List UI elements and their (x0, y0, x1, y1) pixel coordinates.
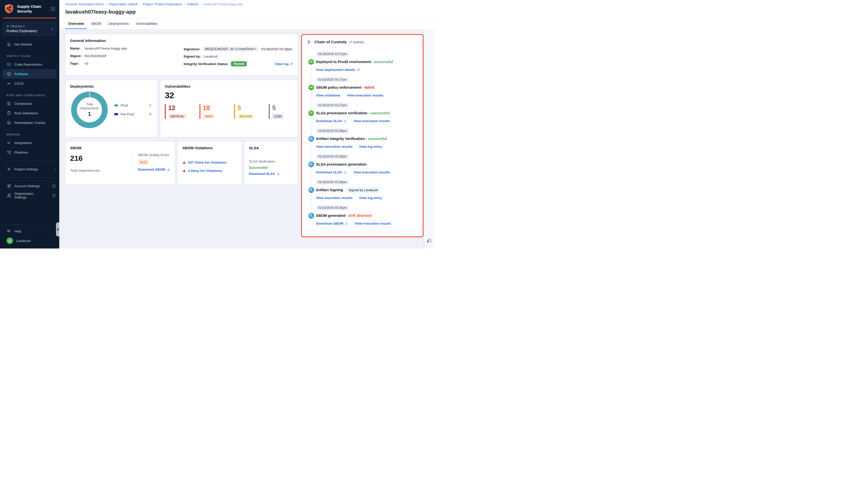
view-execution-results-link[interactable]: View execution results (347, 94, 383, 97)
chevron-right-icon: › (55, 167, 56, 171)
download-slsa-link[interactable]: Download SLSA (316, 170, 347, 174)
sidebar-item-compliance[interactable]: Compliance (0, 99, 59, 108)
sidebar-collapse-handle[interactable] (56, 222, 59, 237)
view-execution-results-link[interactable]: View execution results (353, 170, 390, 174)
app-switcher-grid-icon[interactable] (50, 6, 56, 12)
warning-triangle-icon (182, 160, 186, 164)
pipeline-event-icon: ∞ (308, 110, 315, 116)
main-area: Account: Automation-SSCA Organization: d… (59, 0, 434, 248)
help-chat-icon: ? (6, 229, 11, 234)
name-label: Name: (70, 46, 85, 50)
project-cube-icon (6, 25, 9, 28)
download-icon (345, 222, 348, 225)
sbom-violations-card: SBOM Violations 637 Allow list Violation… (177, 141, 242, 185)
feedback-chat-button[interactable] (426, 238, 432, 243)
sidebar-item-label: Get Started (14, 42, 32, 46)
download-icon (344, 119, 347, 123)
download-sbom-link[interactable]: Download SBOM (138, 168, 170, 171)
signature-value[interactable]: MEQCICde2VjIT...bL+2+mqnOXw== (203, 46, 258, 52)
breadcrumb-artifacts[interactable]: Artifacts (182, 2, 198, 6)
sidebar-item-pipelines[interactable]: Pipelines (0, 147, 59, 157)
deny-list-violations-link[interactable]: 2 Deny list Violations (188, 169, 222, 173)
sidebar-item-rule-definitions[interactable]: Rule Definitions (0, 108, 59, 118)
tags-value: v5 (85, 61, 88, 65)
supply-chain-security-logo-icon (3, 3, 15, 14)
view-execution-results-link[interactable]: View execution results (355, 222, 391, 225)
download-slsa-link[interactable]: Download SLSA (316, 119, 347, 123)
svg-text:∞: ∞ (310, 111, 312, 115)
vulnerabilities-card: Vulnerabilities 32 12 CRITICAL 10 HIGH 5 (160, 80, 298, 137)
view-log-link[interactable]: View log (275, 62, 293, 66)
info-icon[interactable] (52, 194, 56, 198)
sidebar-item-help[interactable]: ? Help (0, 226, 59, 236)
home-icon (6, 42, 11, 47)
custody-event-slsa-generation: 01/16/2025 03:26pm SLSA provenance gener… (308, 154, 418, 180)
signed-by-badge: Signed by Lavakush (346, 187, 380, 193)
severity-badge: LOW (272, 114, 283, 119)
chat-bubbles-icon (426, 238, 432, 243)
collapse-left-icon (57, 228, 59, 231)
tab-deployments[interactable]: Deployments (105, 18, 133, 29)
info-icon[interactable] (52, 184, 56, 188)
page-title: lavakush07/easy-buggy-app (65, 9, 434, 15)
deployments-donut-chart: Total Deployments 1 (71, 91, 108, 128)
sidebar-item-label: Artifacts (14, 72, 28, 76)
event-status: drift detected (345, 214, 372, 217)
sidebar-item-get-started[interactable]: Get Started (0, 40, 59, 49)
download-slsa-link[interactable]: Download SLSA (249, 172, 293, 176)
breadcrumb-organization[interactable]: Organization: default (104, 2, 138, 6)
breadcrumb-current[interactable]: lavakush07/easy-buggy-app (199, 2, 243, 6)
sidebar-item-user[interactable]: L Lavakush (0, 236, 59, 245)
view-log-entry-link[interactable]: View log entry (359, 196, 382, 200)
custody-event-deployed-prod2: 01/16/2025 03:27pm ∞ Deployed to Prod2 e… (308, 52, 418, 77)
external-link-icon (357, 68, 360, 71)
sidebar-item-integrations[interactable]: Integrations (0, 138, 59, 147)
severity-critical: 12 CRITICAL (165, 104, 188, 119)
sidebar: Supply Chain Security PROJECT Product Ex… (0, 0, 59, 248)
legend-item-preprod: Pre Prod 0 (114, 112, 151, 116)
tab-vulnerabilities[interactable]: Vulnerabilities (132, 18, 161, 29)
sidebar-item-label: Project Settings (14, 167, 38, 171)
view-execution-results-link[interactable]: View execution results (316, 145, 352, 148)
breadcrumb-account[interactable]: Account: Automation-SSCA (65, 2, 104, 6)
sidebar-item-code-repositories[interactable]: Code Repositories (0, 59, 59, 69)
sidebar-item-cicd[interactable]: CI/CD (0, 79, 59, 88)
chain-of-custody-icon (307, 40, 312, 44)
content-area: General Information Name: lavakush07/eas… (59, 29, 424, 248)
avatar: L (6, 238, 13, 244)
gear-icon (6, 167, 11, 172)
sidebar-item-project-settings[interactable]: Project Settings › (0, 164, 59, 174)
download-icon (276, 172, 280, 176)
view-log-entry-link[interactable]: View log entry (359, 145, 382, 148)
sidebar-item-label: Account Settings (14, 184, 40, 188)
sidebar-item-artifacts[interactable]: Artifacts (2, 69, 57, 79)
view-violations-link[interactable]: View violations (316, 94, 340, 97)
breadcrumb-project[interactable]: Project: Product Exploratory (138, 2, 182, 6)
sidebar-item-organization-settings[interactable]: Organization Settings (0, 191, 59, 200)
event-timestamp: 01/16/2025 03:27pm (316, 103, 349, 108)
project-selector[interactable]: PROJECT Product Exploratory › (3, 23, 56, 36)
tab-overview[interactable]: Overview (65, 18, 87, 29)
sidebar-item-account-settings[interactable]: Account Settings (0, 181, 59, 191)
sidebar-item-remediation-tracker[interactable]: Remediation Tracker (0, 118, 59, 127)
project-name: Product Exploratory (6, 29, 52, 33)
view-deployment-details-link[interactable]: View deployment details (316, 68, 360, 72)
legend-swatch-preprod (114, 113, 118, 115)
view-execution-results-link[interactable]: View execution results (316, 196, 352, 200)
card-title: SLSA (249, 146, 293, 150)
sidebar-section-supply-chain: SUPPLY CHAIN (6, 55, 59, 58)
event-timestamp: 01/16/2025 03:26pm (316, 180, 349, 185)
sbom-total-dependencies: 216 (70, 154, 132, 162)
allow-list-violations-link[interactable]: 637 Allow list Violations (188, 160, 227, 164)
download-sbom-link[interactable]: Download SBOM (316, 222, 348, 225)
page-header: Account: Automation-SSCA Organization: d… (59, 0, 434, 18)
legend-swatch-prod (114, 104, 118, 106)
cicd-infinity-icon (6, 81, 11, 86)
vulnerabilities-total: 32 (165, 90, 293, 100)
tab-sbom[interactable]: SBOM (87, 18, 105, 29)
sidebar-section-manage: MANAGE (6, 133, 59, 136)
view-execution-results-link[interactable]: View execution results (353, 119, 390, 123)
sidebar-item-label: Compliance (14, 102, 32, 105)
custody-event-artifact-signing: 01/16/2025 03:26pm Artifact Signing Sign… (308, 180, 418, 205)
deployments-card: Deployments Total Deployments 1 Prod (65, 80, 158, 137)
